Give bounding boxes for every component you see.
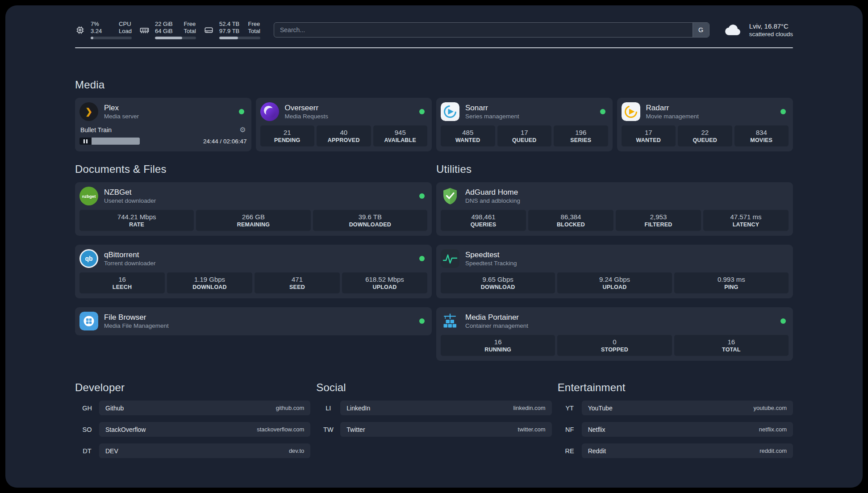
status-dot xyxy=(419,109,425,114)
stat-remaining: 266 GB REMAINING xyxy=(196,210,310,231)
section-title-social: Social xyxy=(316,381,551,394)
status-dot xyxy=(419,193,425,199)
bookmark-youtube[interactable]: YT YouTube youtube.com xyxy=(558,401,793,415)
disk-free-value: 52.4 TB xyxy=(219,21,239,28)
disk-free-label: Free xyxy=(248,21,260,28)
status-dot xyxy=(419,318,425,324)
service-desc: Container management xyxy=(465,322,528,330)
service-card-qbittorrent[interactable]: qb qBittorrent Torrent downloader 16 LEE… xyxy=(75,245,432,298)
stat-series: 196 SERIES xyxy=(554,125,608,146)
stat-wanted: 17 WANTED xyxy=(622,125,676,146)
stat-pending: 21 PENDING xyxy=(260,125,315,146)
disk-icon xyxy=(204,25,214,35)
resource-widgets: 7% 3.24 CPU Load xyxy=(75,21,260,39)
search-input[interactable] xyxy=(274,23,693,37)
header-divider xyxy=(75,47,793,48)
memory-progress-bar xyxy=(155,37,196,39)
section-title-media: Media xyxy=(75,79,793,91)
bookmark-twitter[interactable]: TW Twitter twitter.com xyxy=(316,422,551,437)
bookmark-stackoverflow[interactable]: SO StackOverflow stackoverflow.com xyxy=(75,422,310,437)
search-provider-button[interactable]: G xyxy=(693,23,709,37)
cpu-progress-bar xyxy=(91,37,132,39)
stat-stopped: 0 STOPPED xyxy=(557,335,672,356)
service-desc: Usenet downloader xyxy=(104,197,156,205)
cpu-load-label: Load xyxy=(119,28,132,35)
service-card-radarr[interactable]: Radarr Movie management 17 WANTED 22 QUE… xyxy=(617,98,793,151)
section-social: Social LI LinkedIn linkedin.com TW Twitt… xyxy=(316,381,551,437)
service-card-plex[interactable]: ❯ Plex Media server Bullet Train ⚙ xyxy=(75,98,251,151)
stat-total: 16 TOTAL xyxy=(674,335,789,356)
stat-filtered: 2,953 FILTERED xyxy=(616,210,701,231)
playback-progress-bar[interactable] xyxy=(92,138,140,145)
service-card-nzbget[interactable]: nzbget NZBGet Usenet downloader 744.21 M… xyxy=(75,182,432,236)
memory-widget: 22 GiB 64 GiB Free Total xyxy=(139,21,196,39)
stat-blocked: 86,384 BLOCKED xyxy=(528,210,613,231)
cpu-label: CPU xyxy=(119,21,132,28)
cpu-icon xyxy=(75,25,85,35)
gear-icon[interactable]: ⚙ xyxy=(239,126,246,134)
stat-queries: 498,461 QUERIES xyxy=(441,210,526,231)
speedtest-icon xyxy=(441,249,459,268)
stat-queued: 17 QUEUED xyxy=(497,125,552,146)
cloud-icon xyxy=(723,21,743,39)
section-utilities: Utilities AdGuard Home D xyxy=(436,163,793,361)
section-media: Media ❯ Plex Media server Bullet Train ⚙ xyxy=(75,79,793,151)
stat-seed: 471 SEED xyxy=(255,272,340,293)
cpu-percent: 7% xyxy=(91,21,102,28)
stat-running: 16 RUNNING xyxy=(441,335,555,356)
now-playing-title: Bullet Train xyxy=(80,126,112,134)
bookmark-dev[interactable]: DT DEV dev.to xyxy=(75,443,310,458)
qbittorrent-icon: qb xyxy=(79,249,98,268)
service-name: AdGuard Home xyxy=(465,188,520,197)
dashboard-content: 7% 3.24 CPU Load xyxy=(5,5,863,458)
service-desc: Media server xyxy=(104,113,139,120)
adguard-icon xyxy=(441,187,459,205)
service-card-sonarr[interactable]: Sonarr Series management 485 WANTED 17 Q… xyxy=(436,98,613,151)
stat-ping: 0.993 ms PING xyxy=(674,272,789,293)
bookmark-netflix[interactable]: NF Netflix netflix.com xyxy=(558,422,793,437)
disk-progress-bar xyxy=(219,37,260,39)
service-name: qBittorrent xyxy=(104,250,156,259)
memory-icon xyxy=(139,25,150,35)
stat-rate: 744.21 Mbps RATE xyxy=(79,210,194,231)
stat-movies: 834 MOVIES xyxy=(734,125,789,146)
service-desc: Movie management xyxy=(646,113,699,120)
overseerr-icon xyxy=(260,102,279,121)
section-title-utilities: Utilities xyxy=(436,163,793,175)
status-dot xyxy=(780,109,786,114)
playback-time: 24:44 / 02:06:47 xyxy=(203,138,247,145)
disk-total-value: 97.9 TB xyxy=(219,28,239,35)
service-name: Plex xyxy=(104,103,139,113)
radarr-icon xyxy=(622,102,640,121)
bookmark-github[interactable]: GH Github github.com xyxy=(75,401,310,415)
service-name: File Browser xyxy=(104,313,169,322)
service-name: Sonarr xyxy=(465,103,519,113)
stat-approved: 40 APPROVED xyxy=(317,125,371,146)
disk-total-label: Total xyxy=(248,28,260,35)
filebrowser-icon xyxy=(79,312,98,330)
status-dot xyxy=(600,109,605,114)
weather-location: Lviv, 16.87°C xyxy=(749,22,793,30)
section-title-documents: Documents & Files xyxy=(75,163,432,175)
stat-upload: 618.52 Mbps UPLOAD xyxy=(342,272,427,293)
section-documents: Documents & Files nzbget NZBGet Usenet d… xyxy=(75,163,432,335)
service-desc: Speedtest Tracking xyxy=(465,259,517,267)
service-card-filebrowser[interactable]: File Browser Media File Management xyxy=(75,307,432,335)
service-name: Media Portainer xyxy=(465,313,528,322)
pause-button[interactable] xyxy=(79,138,92,145)
stat-available: 945 AVAILABLE xyxy=(373,125,428,146)
section-title-developer: Developer xyxy=(75,381,310,394)
cpu-load-value: 3.24 xyxy=(91,28,102,35)
service-card-adguard[interactable]: AdGuard Home DNS and adblocking 498,461 … xyxy=(436,182,793,236)
stat-queued: 22 QUEUED xyxy=(678,125,732,146)
service-card-portainer[interactable]: Media Portainer Container management 16 … xyxy=(436,307,793,361)
stat-wanted: 485 WANTED xyxy=(441,125,495,146)
memory-free-label: Free xyxy=(184,21,196,28)
top-bar: 7% 3.24 CPU Load xyxy=(75,21,793,39)
bookmark-reddit[interactable]: RE Reddit reddit.com xyxy=(558,443,793,458)
service-card-speedtest[interactable]: Speedtest Speedtest Tracking 9.65 Gbps D… xyxy=(436,245,793,298)
weather-widget: Lviv, 16.87°C scattered clouds xyxy=(723,21,793,39)
bookmark-linkedin[interactable]: LI LinkedIn linkedin.com xyxy=(316,401,551,415)
stat-upload: 9.24 Gbps UPLOAD xyxy=(557,272,672,293)
service-card-overseerr[interactable]: Overseerr Media Requests 21 PENDING 40 A… xyxy=(256,98,432,151)
